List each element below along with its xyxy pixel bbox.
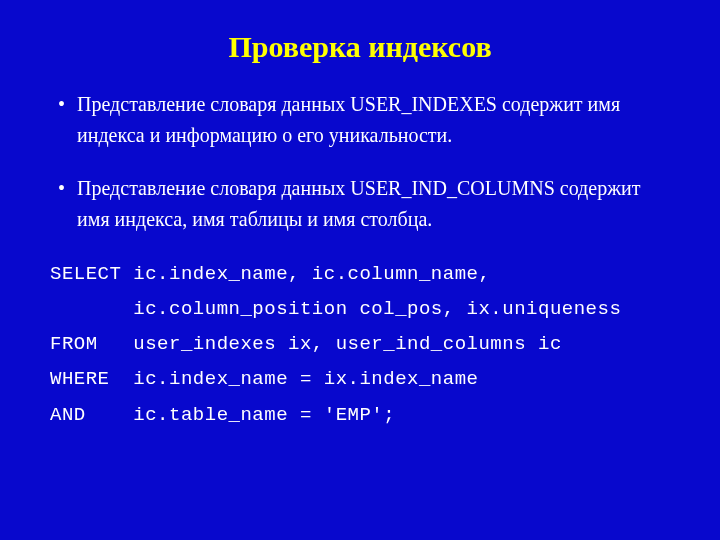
code-line: ic.column_position col_pos, ix.uniquenes… — [50, 292, 670, 327]
bullet-marker: • — [58, 173, 65, 204]
code-line: SELECT ic.index_name, ic.column_name, — [50, 257, 670, 292]
bullet-marker: • — [58, 89, 65, 120]
sql-code-block: SELECT ic.index_name, ic.column_name, ic… — [50, 257, 670, 433]
slide-title: Проверка индексов — [50, 30, 670, 64]
code-line: FROM user_indexes ix, user_ind_columns i… — [50, 327, 670, 362]
bullet-text: Представление словаря данных USER_INDEXE… — [77, 89, 670, 151]
code-line: AND ic.table_name = 'EMP'; — [50, 398, 670, 433]
bullet-item: • Представление словаря данных USER_INDE… — [50, 89, 670, 151]
bullet-item: • Представление словаря данных USER_IND_… — [50, 173, 670, 235]
bullet-text: Представление словаря данных USER_IND_CO… — [77, 173, 670, 235]
code-line: WHERE ic.index_name = ix.index_name — [50, 362, 670, 397]
